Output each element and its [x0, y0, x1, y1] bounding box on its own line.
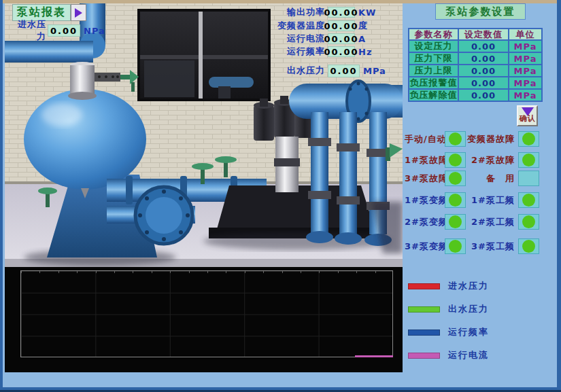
- legend-swatch-frequency: [408, 329, 440, 336]
- pump1-mains-label: 1#泵工频: [467, 194, 515, 207]
- param-name: 负压解除值: [409, 89, 458, 101]
- param-name: 压力下限: [409, 52, 458, 65]
- pump1-vfd-label: 1#泵变频: [405, 194, 443, 207]
- inlet-pressure-value: 0.00: [48, 24, 80, 37]
- legend-swatch-current: [408, 353, 440, 359]
- param-table-header: 参数名称: [409, 29, 458, 40]
- param-table-header: 设定数值: [458, 29, 509, 40]
- report-open-button[interactable]: [71, 4, 86, 21]
- window: [137, 9, 271, 101]
- legend-label: 进水压力: [448, 280, 489, 292]
- run-current-label: 运行电流: [269, 33, 325, 45]
- pump2-vfd-lamp: [445, 214, 466, 230]
- pump1-fault-lamp: [445, 152, 466, 168]
- inlet-pressure-row: 进水压力 0.00 NPa: [10, 24, 105, 37]
- output-power-value: 00.00: [328, 7, 355, 18]
- param-table: 参数名称 设定数值 单位 设定压力 0.00 MPa 压力下限 0.00 MPa…: [408, 28, 543, 102]
- pump-station-hmi: 泵站报表 进水压力 0.00 NPa 输出功率 00.00 KW 变频器温度 0…: [0, 0, 561, 392]
- vfd-temp-label: 变频器温度: [269, 20, 325, 32]
- lamp-on: [522, 132, 535, 145]
- pump2-mains-lamp: [518, 214, 539, 230]
- pump3-vfd-lamp: [445, 238, 466, 254]
- pump1-mains-lamp: [518, 192, 539, 208]
- lamp-on: [449, 132, 462, 145]
- param-unit: MPa: [509, 77, 542, 89]
- outlet-pressure-row: 出水压力 0.00 MPa: [287, 65, 386, 77]
- param-unit: MPa: [509, 40, 542, 52]
- param-table-header: 单位: [509, 29, 542, 40]
- run-freq-unit: Hz: [358, 47, 372, 57]
- param-unit: MPa: [509, 52, 542, 65]
- readout-row: 运行频率 00.00 Hz: [269, 46, 372, 58]
- run-current-value: 00.00: [328, 33, 355, 44]
- axis-ticks: [21, 271, 392, 273]
- status-row: 1#泵变频 1#泵工频: [405, 192, 542, 208]
- legend-label: 出水压力: [448, 303, 489, 315]
- legend-swatch-inlet: [408, 283, 440, 289]
- play-icon: [75, 8, 82, 18]
- pump1-vfd-lamp: [445, 192, 466, 208]
- param-value-field[interactable]: 0.00: [458, 52, 509, 65]
- legend-item: 运行频率: [408, 327, 489, 338]
- inlet-pressure-label: 进水压力: [10, 18, 46, 43]
- run-current-unit: A: [358, 34, 366, 44]
- param-value-field[interactable]: 0.00: [458, 89, 509, 101]
- param-value-field[interactable]: 0.00: [458, 65, 509, 77]
- pump3-vfd-label: 3#泵变频: [405, 240, 443, 253]
- legend-swatch-outlet: [408, 306, 440, 313]
- current-trace-line: [355, 355, 393, 357]
- pump-body-stainless: [274, 137, 300, 192]
- inlet-pressure-unit: NPa: [84, 26, 105, 36]
- status-row: 1#泵故障 2#泵故障: [405, 152, 542, 168]
- manual-auto-lamp: [445, 131, 466, 147]
- spare-lamp-empty: [518, 171, 539, 186]
- lamp-on: [522, 215, 535, 228]
- pump2-fault-label: 2#泵故障: [467, 154, 515, 166]
- vfd-temp-value: 00.00: [328, 20, 355, 31]
- manual-auto-label: 手动/自动: [405, 133, 443, 145]
- vfd-temp-unit: 度: [358, 20, 368, 32]
- pump2-vfd-label: 2#泵变频: [405, 216, 443, 228]
- legend-item: 进水压力: [408, 281, 489, 291]
- params-panel-title: 泵站参数设置: [435, 3, 526, 20]
- run-freq-label: 运行频率: [269, 46, 325, 58]
- legend-label: 运行电流: [448, 349, 489, 361]
- outlet-pressure-unit: MPa: [363, 66, 386, 76]
- output-power-unit: KW: [358, 7, 376, 18]
- legend-item: 运行电流: [408, 350, 489, 361]
- pump3-fault-label: 3#泵故障: [405, 173, 443, 185]
- lamp-on: [522, 194, 535, 207]
- pump3-mains-label: 3#泵工频: [467, 240, 515, 253]
- confirm-button[interactable]: 确认: [517, 105, 538, 126]
- run-freq-value: 00.00: [328, 46, 355, 57]
- param-unit: MPa: [509, 89, 542, 101]
- lamp-on: [449, 240, 462, 253]
- param-name: 负压报警值: [409, 77, 458, 89]
- lamp-on: [449, 172, 462, 185]
- pump1-fault-label: 1#泵故障: [405, 154, 443, 166]
- readout-row: 输出功率 00.00 KW: [269, 6, 376, 18]
- param-value-field[interactable]: 0.00: [458, 40, 509, 52]
- param-name: 压力上限: [409, 65, 458, 77]
- pump3-mains-lamp: [518, 238, 539, 254]
- readout-row: 变频器温度 00.00 度: [269, 20, 368, 32]
- legend-label: 运行频率: [448, 326, 489, 338]
- status-row: 手动/自动 变频器故障: [405, 131, 542, 147]
- pump2-mains-label: 2#泵工频: [467, 216, 515, 228]
- status-row: 3#泵故障 备 用: [405, 171, 542, 186]
- pressure-tank: [24, 89, 146, 190]
- readout-row: 运行电流 00.00 A: [269, 33, 366, 45]
- pump-shadow: [203, 232, 391, 250]
- param-unit: MPa: [509, 65, 542, 77]
- lamp-on: [522, 154, 535, 166]
- lamp-on: [449, 215, 462, 228]
- param-value-field[interactable]: 0.00: [458, 77, 509, 89]
- param-name: 设定压力: [409, 40, 458, 52]
- status-row: 2#泵变频 2#泵工频: [405, 214, 542, 230]
- confirm-button-label: 确认: [520, 115, 536, 122]
- lamp-on: [522, 240, 535, 253]
- lamp-on: [449, 154, 462, 166]
- spare-label: 备 用: [467, 173, 515, 185]
- legend-item: 出水压力: [408, 304, 489, 315]
- output-power-label: 输出功率: [269, 6, 325, 18]
